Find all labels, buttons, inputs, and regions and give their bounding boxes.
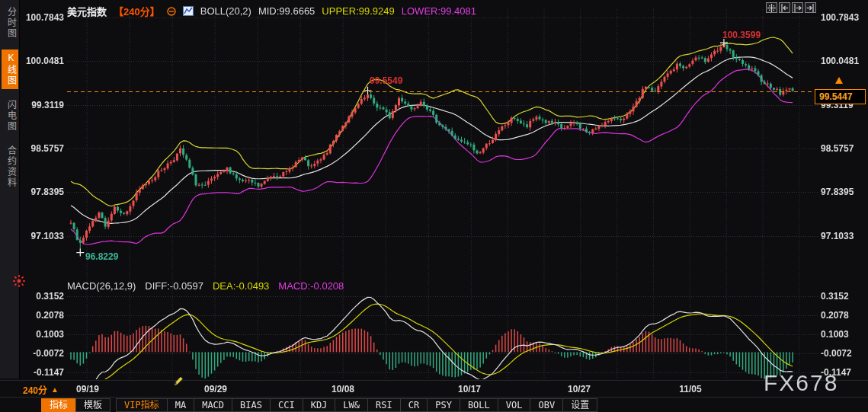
sidebar: 分时图 K线图 闪电图 合约资料 <box>0 0 20 378</box>
indicator-button-vol[interactable]: VOL <box>498 398 531 412</box>
indicator-button-obv[interactable]: OBV <box>530 398 563 412</box>
indicator-toolbar: 指标 模板 VIP指标 MA MACD BIAS CCI KDJ LW& RSI… <box>42 398 597 412</box>
sidebar-item-contract-info[interactable]: 合约资料 <box>2 142 18 191</box>
date-tick-label: 09/29 <box>199 384 232 394</box>
chart-header: 美元指数 【240分】 BOLL(20,2) MID:99.6665 UPPER… <box>67 4 476 18</box>
price-tick-label: 100.0481 <box>821 56 866 66</box>
indicator-button-lwr[interactable]: LW& <box>335 398 368 412</box>
high-price-annotation-right: 100.3599 <box>722 30 761 40</box>
chart-controls <box>766 2 816 13</box>
price-tick-label: 100.7843 <box>23 12 64 23</box>
macd-tick-label: 0.1003 <box>821 329 866 340</box>
high-price-annotation-mid: 99.5549 <box>370 75 402 86</box>
scale-left-axis-icon[interactable] <box>779 2 790 13</box>
divider-xaxis <box>0 380 868 381</box>
macd-tick-label: -0.1147 <box>23 367 64 378</box>
pencil-cursor-icon <box>172 375 184 387</box>
date-tick-label: 10/08 <box>326 384 360 394</box>
period-selector[interactable]: 240分 ▲ <box>23 383 59 396</box>
macd-params-label: MACD(26,12,9) <box>67 280 136 292</box>
boll-lower-value: LOWER:99.4081 <box>402 5 476 17</box>
indicator-button-cr[interactable]: CR <box>400 398 428 412</box>
price-tick-label: 97.1033 <box>821 231 866 241</box>
app-window: 分时图 K线图 闪电图 合约资料 美元指数 【240分】 BOLL(20,2) … <box>0 0 868 412</box>
indicator-button-psy[interactable]: PSY <box>427 398 460 412</box>
macd-header: MACD(26,12,9) DIFF:-0.0597 DEA:-0.0493 M… <box>67 280 344 292</box>
sidebar-item-time-chart[interactable]: 分时图 <box>2 4 18 42</box>
macd-tick-label: -0.0072 <box>23 348 64 359</box>
low-price-annotation: 96.8229 <box>85 251 118 262</box>
x-axis-row: 240分 ▲ 09/19 09/29 10/08 10/17 10/27 11/… <box>0 383 868 397</box>
date-tick-label: 10/17 <box>453 384 486 394</box>
period-selector-label: 240分 <box>23 383 47 396</box>
macd-tick-label: -0.0072 <box>821 348 866 359</box>
boll-upper-value: UPPER:99.9249 <box>322 5 394 17</box>
tab-template[interactable]: 模板 <box>75 398 111 412</box>
indicator-button-macd[interactable]: MACD <box>194 398 232 412</box>
period-badge: 【240分】 <box>114 4 160 18</box>
date-tick-label: 09/19 <box>71 384 104 394</box>
macd-macd-value: MACD:-0.0208 <box>278 280 344 292</box>
macd-dea-value: DEA:-0.0493 <box>213 280 269 292</box>
sidebar-item-flash-chart[interactable]: 闪电图 <box>2 97 18 135</box>
price-tick-label: 98.5757 <box>23 143 64 154</box>
macd-tick-label: 0.2078 <box>23 310 64 321</box>
chart-canvas[interactable] <box>0 0 868 412</box>
indicator-button-cci[interactable]: CCI <box>270 398 303 412</box>
price-tick-label: 100.0481 <box>23 56 64 66</box>
macd-diff-value: DIFF:-0.0597 <box>145 280 203 292</box>
price-tick-label: 97.8395 <box>821 187 866 197</box>
macd-tick-label: 0.3152 <box>23 291 64 302</box>
indicator-button-bias[interactable]: BIAS <box>232 398 271 412</box>
price-tick-label: 100.7843 <box>821 12 866 23</box>
macd-tick-label: 0.2078 <box>821 310 866 321</box>
divider-toolbar <box>0 397 868 398</box>
date-tick-label: 10/27 <box>562 384 596 394</box>
mini-chart-icon <box>183 6 194 16</box>
triangle-up-icon: ▲ <box>51 385 59 394</box>
live-indicator-icon <box>12 274 26 288</box>
tab-indicator[interactable]: 指标 <box>41 398 76 412</box>
indicator-button-ma[interactable]: MA <box>167 398 194 412</box>
scale-right-axis-icon[interactable] <box>805 2 816 13</box>
minus-circle-icon[interactable] <box>167 7 176 16</box>
price-tick-label: 99.3119 <box>23 100 64 110</box>
date-tick-label: 11/05 <box>674 384 707 394</box>
watermark: FX678 <box>764 370 838 396</box>
indicator-button-boll[interactable]: BOLL <box>460 398 498 412</box>
price-marker-icon <box>835 77 843 84</box>
boll-mid-value: MID:99.6665 <box>258 5 315 17</box>
crosshair-icon[interactable] <box>766 2 777 13</box>
indicator-button-rsi[interactable]: RSI <box>367 398 401 412</box>
last-price-tag: 99.5447 <box>815 89 866 104</box>
indicator-button-vip[interactable]: VIP指标 <box>116 398 168 412</box>
boll-params-label: BOLL(20,2) <box>200 5 251 17</box>
price-tick-label: 97.1033 <box>23 231 64 241</box>
indicator-button-kdj[interactable]: KDJ <box>303 398 336 412</box>
macd-tick-label: 0.1003 <box>23 329 64 340</box>
macd-tick-label: 0.3152 <box>821 291 866 302</box>
symbol-title: 美元指数 <box>67 4 107 18</box>
scale-x-axis-icon[interactable] <box>792 2 803 13</box>
sidebar-item-kline-chart[interactable]: K线图 <box>2 50 18 89</box>
price-tick-label: 97.8395 <box>23 187 64 197</box>
settings-button[interactable]: 设置 <box>562 398 597 412</box>
price-tick-label: 98.5757 <box>821 143 866 154</box>
